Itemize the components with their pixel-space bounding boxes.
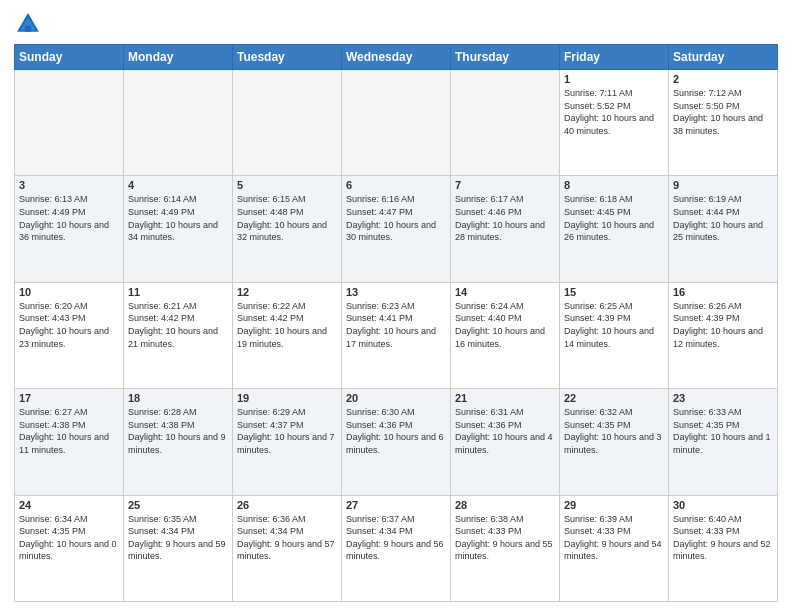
day-number: 14	[455, 286, 555, 298]
day-number: 4	[128, 179, 228, 191]
day-number: 19	[237, 392, 337, 404]
day-number: 23	[673, 392, 773, 404]
calendar-cell: 13Sunrise: 6:23 AM Sunset: 4:41 PM Dayli…	[342, 282, 451, 388]
calendar-cell: 16Sunrise: 6:26 AM Sunset: 4:39 PM Dayli…	[669, 282, 778, 388]
day-number: 18	[128, 392, 228, 404]
calendar-cell: 2Sunrise: 7:12 AM Sunset: 5:50 PM Daylig…	[669, 70, 778, 176]
day-info: Sunrise: 6:19 AM Sunset: 4:44 PM Dayligh…	[673, 193, 773, 243]
day-info: Sunrise: 6:37 AM Sunset: 4:34 PM Dayligh…	[346, 513, 446, 563]
calendar-cell: 5Sunrise: 6:15 AM Sunset: 4:48 PM Daylig…	[233, 176, 342, 282]
calendar-cell: 26Sunrise: 6:36 AM Sunset: 4:34 PM Dayli…	[233, 495, 342, 601]
day-info: Sunrise: 6:13 AM Sunset: 4:49 PM Dayligh…	[19, 193, 119, 243]
day-info: Sunrise: 6:20 AM Sunset: 4:43 PM Dayligh…	[19, 300, 119, 350]
calendar-header-row: SundayMondayTuesdayWednesdayThursdayFrid…	[15, 45, 778, 70]
calendar-week-0: 1Sunrise: 7:11 AM Sunset: 5:52 PM Daylig…	[15, 70, 778, 176]
calendar-cell: 20Sunrise: 6:30 AM Sunset: 4:36 PM Dayli…	[342, 389, 451, 495]
day-number: 5	[237, 179, 337, 191]
calendar-cell: 19Sunrise: 6:29 AM Sunset: 4:37 PM Dayli…	[233, 389, 342, 495]
calendar-cell	[124, 70, 233, 176]
calendar-cell: 25Sunrise: 6:35 AM Sunset: 4:34 PM Dayli…	[124, 495, 233, 601]
day-info: Sunrise: 6:17 AM Sunset: 4:46 PM Dayligh…	[455, 193, 555, 243]
calendar-cell	[342, 70, 451, 176]
col-header-saturday: Saturday	[669, 45, 778, 70]
day-info: Sunrise: 6:40 AM Sunset: 4:33 PM Dayligh…	[673, 513, 773, 563]
day-info: Sunrise: 6:32 AM Sunset: 4:35 PM Dayligh…	[564, 406, 664, 456]
col-header-monday: Monday	[124, 45, 233, 70]
col-header-friday: Friday	[560, 45, 669, 70]
day-info: Sunrise: 6:24 AM Sunset: 4:40 PM Dayligh…	[455, 300, 555, 350]
day-info: Sunrise: 6:30 AM Sunset: 4:36 PM Dayligh…	[346, 406, 446, 456]
day-info: Sunrise: 7:11 AM Sunset: 5:52 PM Dayligh…	[564, 87, 664, 137]
day-number: 10	[19, 286, 119, 298]
day-number: 24	[19, 499, 119, 511]
calendar-cell: 28Sunrise: 6:38 AM Sunset: 4:33 PM Dayli…	[451, 495, 560, 601]
calendar-cell: 11Sunrise: 6:21 AM Sunset: 4:42 PM Dayli…	[124, 282, 233, 388]
day-info: Sunrise: 6:35 AM Sunset: 4:34 PM Dayligh…	[128, 513, 228, 563]
day-number: 9	[673, 179, 773, 191]
day-info: Sunrise: 6:27 AM Sunset: 4:38 PM Dayligh…	[19, 406, 119, 456]
calendar-cell: 8Sunrise: 6:18 AM Sunset: 4:45 PM Daylig…	[560, 176, 669, 282]
calendar-cell: 6Sunrise: 6:16 AM Sunset: 4:47 PM Daylig…	[342, 176, 451, 282]
calendar-cell: 22Sunrise: 6:32 AM Sunset: 4:35 PM Dayli…	[560, 389, 669, 495]
calendar-cell: 27Sunrise: 6:37 AM Sunset: 4:34 PM Dayli…	[342, 495, 451, 601]
calendar-table: SundayMondayTuesdayWednesdayThursdayFrid…	[14, 44, 778, 602]
day-number: 28	[455, 499, 555, 511]
day-number: 3	[19, 179, 119, 191]
day-number: 13	[346, 286, 446, 298]
day-number: 27	[346, 499, 446, 511]
day-number: 21	[455, 392, 555, 404]
calendar-cell: 18Sunrise: 6:28 AM Sunset: 4:38 PM Dayli…	[124, 389, 233, 495]
page: SundayMondayTuesdayWednesdayThursdayFrid…	[0, 0, 792, 612]
day-number: 2	[673, 73, 773, 85]
calendar-week-1: 3Sunrise: 6:13 AM Sunset: 4:49 PM Daylig…	[15, 176, 778, 282]
calendar-cell	[15, 70, 124, 176]
day-number: 6	[346, 179, 446, 191]
calendar-cell: 21Sunrise: 6:31 AM Sunset: 4:36 PM Dayli…	[451, 389, 560, 495]
day-info: Sunrise: 6:14 AM Sunset: 4:49 PM Dayligh…	[128, 193, 228, 243]
header	[14, 10, 778, 38]
calendar-cell: 1Sunrise: 7:11 AM Sunset: 5:52 PM Daylig…	[560, 70, 669, 176]
day-info: Sunrise: 6:39 AM Sunset: 4:33 PM Dayligh…	[564, 513, 664, 563]
calendar-week-3: 17Sunrise: 6:27 AM Sunset: 4:38 PM Dayli…	[15, 389, 778, 495]
logo-icon	[14, 10, 42, 38]
day-info: Sunrise: 6:36 AM Sunset: 4:34 PM Dayligh…	[237, 513, 337, 563]
day-info: Sunrise: 6:38 AM Sunset: 4:33 PM Dayligh…	[455, 513, 555, 563]
calendar-cell: 3Sunrise: 6:13 AM Sunset: 4:49 PM Daylig…	[15, 176, 124, 282]
day-info: Sunrise: 6:23 AM Sunset: 4:41 PM Dayligh…	[346, 300, 446, 350]
day-number: 16	[673, 286, 773, 298]
day-info: Sunrise: 6:25 AM Sunset: 4:39 PM Dayligh…	[564, 300, 664, 350]
day-info: Sunrise: 6:28 AM Sunset: 4:38 PM Dayligh…	[128, 406, 228, 456]
col-header-sunday: Sunday	[15, 45, 124, 70]
day-info: Sunrise: 6:22 AM Sunset: 4:42 PM Dayligh…	[237, 300, 337, 350]
calendar-week-4: 24Sunrise: 6:34 AM Sunset: 4:35 PM Dayli…	[15, 495, 778, 601]
calendar-cell	[233, 70, 342, 176]
calendar-cell: 10Sunrise: 6:20 AM Sunset: 4:43 PM Dayli…	[15, 282, 124, 388]
day-number: 20	[346, 392, 446, 404]
calendar-cell: 23Sunrise: 6:33 AM Sunset: 4:35 PM Dayli…	[669, 389, 778, 495]
day-number: 8	[564, 179, 664, 191]
day-info: Sunrise: 6:18 AM Sunset: 4:45 PM Dayligh…	[564, 193, 664, 243]
day-info: Sunrise: 6:29 AM Sunset: 4:37 PM Dayligh…	[237, 406, 337, 456]
calendar-cell: 17Sunrise: 6:27 AM Sunset: 4:38 PM Dayli…	[15, 389, 124, 495]
calendar-cell: 9Sunrise: 6:19 AM Sunset: 4:44 PM Daylig…	[669, 176, 778, 282]
calendar-cell: 29Sunrise: 6:39 AM Sunset: 4:33 PM Dayli…	[560, 495, 669, 601]
day-number: 1	[564, 73, 664, 85]
calendar-cell: 4Sunrise: 6:14 AM Sunset: 4:49 PM Daylig…	[124, 176, 233, 282]
col-header-tuesday: Tuesday	[233, 45, 342, 70]
day-info: Sunrise: 6:34 AM Sunset: 4:35 PM Dayligh…	[19, 513, 119, 563]
day-info: Sunrise: 6:26 AM Sunset: 4:39 PM Dayligh…	[673, 300, 773, 350]
svg-rect-2	[25, 26, 31, 32]
day-info: Sunrise: 6:15 AM Sunset: 4:48 PM Dayligh…	[237, 193, 337, 243]
calendar-week-2: 10Sunrise: 6:20 AM Sunset: 4:43 PM Dayli…	[15, 282, 778, 388]
day-info: Sunrise: 7:12 AM Sunset: 5:50 PM Dayligh…	[673, 87, 773, 137]
day-info: Sunrise: 6:16 AM Sunset: 4:47 PM Dayligh…	[346, 193, 446, 243]
day-number: 26	[237, 499, 337, 511]
day-number: 11	[128, 286, 228, 298]
day-number: 25	[128, 499, 228, 511]
day-info: Sunrise: 6:31 AM Sunset: 4:36 PM Dayligh…	[455, 406, 555, 456]
day-number: 29	[564, 499, 664, 511]
calendar-cell: 15Sunrise: 6:25 AM Sunset: 4:39 PM Dayli…	[560, 282, 669, 388]
day-number: 22	[564, 392, 664, 404]
day-info: Sunrise: 6:33 AM Sunset: 4:35 PM Dayligh…	[673, 406, 773, 456]
calendar-cell: 24Sunrise: 6:34 AM Sunset: 4:35 PM Dayli…	[15, 495, 124, 601]
